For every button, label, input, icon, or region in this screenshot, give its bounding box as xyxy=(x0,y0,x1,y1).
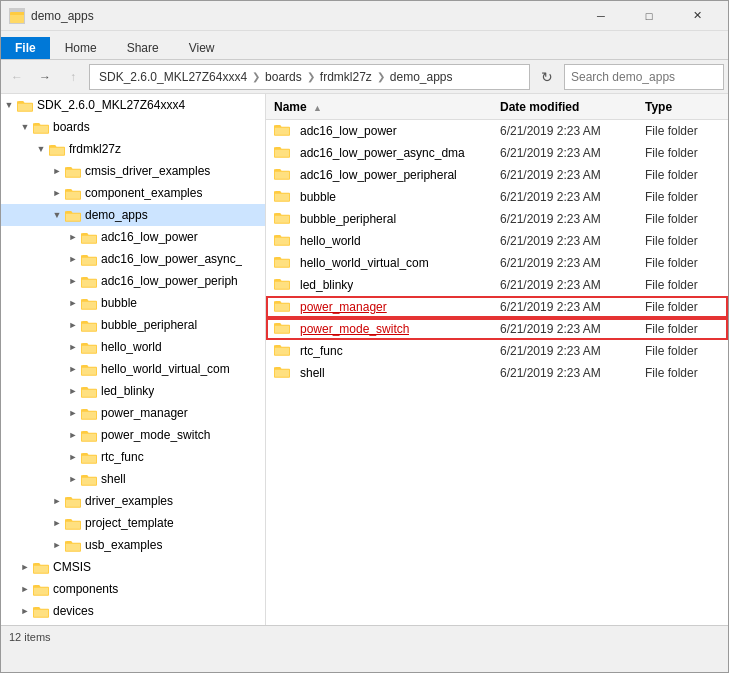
tree-item[interactable]: ▼ demo_apps xyxy=(1,204,265,226)
forward-button[interactable]: → xyxy=(33,65,57,89)
table-row[interactable]: shell6/21/2019 2:23 AMFile folder xyxy=(266,362,728,384)
refresh-button[interactable]: ↻ xyxy=(534,64,560,90)
tree-expand-icon[interactable]: ► xyxy=(65,361,81,377)
tree-item[interactable]: ► power_manager xyxy=(1,402,265,424)
table-row[interactable]: hello_world_virtual_com6/21/2019 2:23 AM… xyxy=(266,252,728,274)
file-type-cell: File folder xyxy=(641,168,728,182)
tree-item-label: adc16_low_power_periph xyxy=(101,274,238,288)
tree-expand-icon[interactable]: ► xyxy=(65,383,81,399)
tree-item-label: rtc_func xyxy=(101,450,144,464)
table-row[interactable]: adc16_low_power_peripheral6/21/2019 2:23… xyxy=(266,164,728,186)
table-row[interactable]: bubble6/21/2019 2:23 AMFile folder xyxy=(266,186,728,208)
file-date-cell: 6/21/2019 2:23 AM xyxy=(496,146,641,160)
tree-expand-icon[interactable]: ► xyxy=(65,317,81,333)
tree-expand-icon[interactable]: ► xyxy=(65,427,81,443)
tree-item[interactable]: ► rtc_func xyxy=(1,446,265,468)
file-name-cell: bubble xyxy=(266,189,496,205)
file-name-text: hello_world xyxy=(300,234,361,248)
tree-item[interactable]: ► cmsis_driver_examples xyxy=(1,160,265,182)
tree-item[interactable]: ► adc16_low_power xyxy=(1,226,265,248)
tree-item[interactable]: ► hello_world_virtual_com xyxy=(1,358,265,380)
tree-expand-icon[interactable]: ► xyxy=(49,163,65,179)
tree-expand-icon[interactable]: ► xyxy=(49,537,65,553)
tree-item[interactable]: ▼ SDK_2.6.0_MKL27Z64xxx4 xyxy=(1,94,265,116)
table-row[interactable]: led_blinky6/21/2019 2:23 AMFile folder xyxy=(266,274,728,296)
tree-item[interactable]: ► component_examples xyxy=(1,182,265,204)
tree-expand-icon[interactable]: ► xyxy=(65,449,81,465)
tree-expand-icon[interactable]: ▼ xyxy=(1,97,17,113)
table-row[interactable]: adc16_low_power6/21/2019 2:23 AMFile fol… xyxy=(266,120,728,142)
search-input[interactable] xyxy=(564,64,724,90)
file-date-cell: 6/21/2019 2:23 AM xyxy=(496,366,641,380)
tree-expand-icon[interactable]: ► xyxy=(49,185,65,201)
tree-item[interactable]: ► driver_examples xyxy=(1,490,265,512)
table-row[interactable]: rtc_func6/21/2019 2:23 AMFile folder xyxy=(266,340,728,362)
tab-file[interactable]: File xyxy=(1,37,50,59)
folder-icon xyxy=(81,449,97,465)
tree-item[interactable]: ► CMSIS xyxy=(1,556,265,578)
tree-expand-icon[interactable]: ► xyxy=(17,581,33,597)
tab-share[interactable]: Share xyxy=(112,36,174,59)
folder-icon xyxy=(274,123,295,139)
table-row[interactable]: power_mode_switch6/21/2019 2:23 AMFile f… xyxy=(266,318,728,340)
tree-item[interactable]: ▼ boards xyxy=(1,116,265,138)
tree-expand-icon[interactable]: ▼ xyxy=(49,207,65,223)
tree-expand-icon[interactable]: ► xyxy=(17,603,33,619)
tree-item-label: devices xyxy=(53,604,94,618)
up-button[interactable]: ↑ xyxy=(61,65,85,89)
header-name[interactable]: Name ▲ xyxy=(266,100,496,114)
maximize-button[interactable]: □ xyxy=(626,1,672,31)
tree-item[interactable]: ► components xyxy=(1,578,265,600)
file-name-text: bubble xyxy=(300,190,336,204)
breadcrumb-sdk[interactable]: SDK_2.6.0_MKL27Z64xxx4 xyxy=(96,65,250,89)
tree-item[interactable]: ► devices xyxy=(1,600,265,622)
file-type-cell: File folder xyxy=(641,190,728,204)
tree-expand-icon[interactable]: ► xyxy=(65,295,81,311)
tree-item[interactable]: ► project_template xyxy=(1,512,265,534)
tree-expand-icon[interactable]: ► xyxy=(65,339,81,355)
breadcrumb-boards[interactable]: boards xyxy=(262,65,305,89)
tree-expand-icon[interactable]: ► xyxy=(65,273,81,289)
tree-expand-icon[interactable]: ► xyxy=(65,251,81,267)
tree-expand-icon[interactable]: ▼ xyxy=(17,119,33,135)
close-button[interactable]: ✕ xyxy=(674,1,720,31)
file-name-text: power_mode_switch xyxy=(300,322,409,336)
tree-item[interactable]: ► led_blinky xyxy=(1,380,265,402)
table-row[interactable]: power_manager6/21/2019 2:23 AMFile folde… xyxy=(266,296,728,318)
tree-expand-icon[interactable]: ► xyxy=(65,229,81,245)
tree-item[interactable]: ► adc16_low_power_async_ xyxy=(1,248,265,270)
tree-item-label: usb_examples xyxy=(85,538,162,552)
back-button[interactable]: ← xyxy=(5,65,29,89)
tree-item[interactable]: ► bubble_peripheral xyxy=(1,314,265,336)
tab-home[interactable]: Home xyxy=(50,36,112,59)
tree-expand-icon[interactable]: ► xyxy=(65,405,81,421)
folder-icon xyxy=(274,277,295,293)
table-row[interactable]: adc16_low_power_async_dma6/21/2019 2:23 … xyxy=(266,142,728,164)
table-row[interactable]: bubble_peripheral6/21/2019 2:23 AMFile f… xyxy=(266,208,728,230)
tree-expand-icon[interactable]: ▼ xyxy=(33,141,49,157)
tree-expand-icon[interactable]: ► xyxy=(65,471,81,487)
tree-expand-icon[interactable]: ► xyxy=(17,559,33,575)
tree-item[interactable]: ▼ frdmkl27z xyxy=(1,138,265,160)
tree-item[interactable]: ► hello_world xyxy=(1,336,265,358)
breadcrumb-demo-apps[interactable]: demo_apps xyxy=(387,65,456,89)
tree-item-label: SDK_2.6.0_MKL27Z64xxx4 xyxy=(37,98,185,112)
breadcrumb-frdmkl27z[interactable]: frdmkl27z xyxy=(317,65,375,89)
tree-expand-icon[interactable]: ► xyxy=(49,493,65,509)
minimize-button[interactable]: ─ xyxy=(578,1,624,31)
ribbon: File Home Share View xyxy=(1,31,728,60)
tree-expand-icon[interactable]: ► xyxy=(49,515,65,531)
table-row[interactable]: hello_world6/21/2019 2:23 AMFile folder xyxy=(266,230,728,252)
tree-item[interactable]: ► adc16_low_power_periph xyxy=(1,270,265,292)
file-name-cell: bubble_peripheral xyxy=(266,211,496,227)
tree-item[interactable]: ► bubble xyxy=(1,292,265,314)
file-date-cell: 6/21/2019 2:23 AM xyxy=(496,234,641,248)
tab-view[interactable]: View xyxy=(174,36,230,59)
folder-icon xyxy=(65,537,81,553)
tree-item[interactable]: ► power_mode_switch xyxy=(1,424,265,446)
breadcrumb-arrow-3: ❯ xyxy=(375,71,387,82)
header-date[interactable]: Date modified xyxy=(496,100,641,114)
header-type[interactable]: Type xyxy=(641,100,728,114)
tree-item[interactable]: ► shell xyxy=(1,468,265,490)
tree-item[interactable]: ► usb_examples xyxy=(1,534,265,556)
